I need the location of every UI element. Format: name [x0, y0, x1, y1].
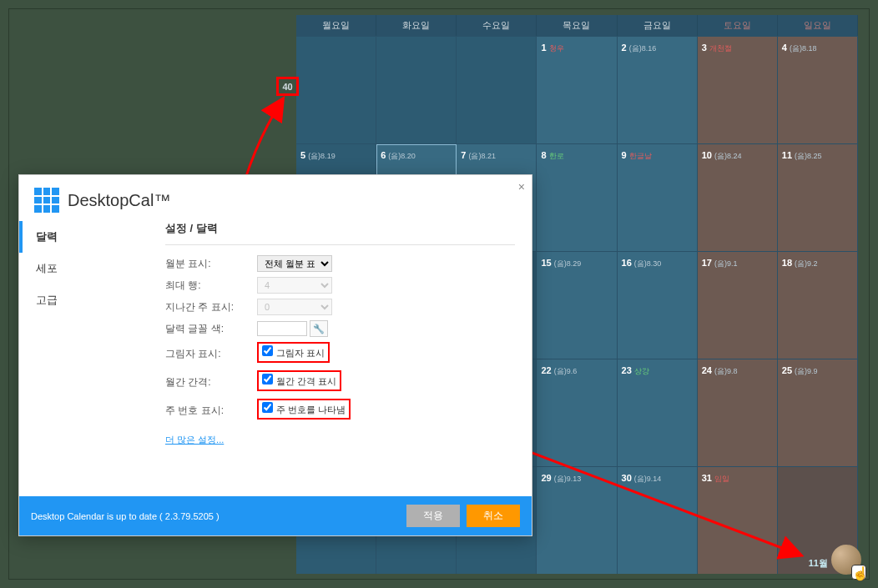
apply-button[interactable]: 적용 [406, 505, 460, 527]
month-label: 11월 [809, 557, 828, 570]
calendar-cell[interactable]: 11(음)8.25 [778, 144, 858, 251]
calendar-cell[interactable]: 29(음)9.13 [537, 467, 617, 574]
calendar-cell[interactable]: 2(음)8.16 [618, 37, 698, 143]
day-subtext: 한로 [549, 152, 564, 160]
weekday-mon: 월요일 [296, 15, 376, 36]
day-subtext: (음)9.8 [714, 367, 738, 375]
settings-content: 설정 / 달력 월분 표시: 전체 월분 표시 최대 행: 4 지나간 주 표시… [149, 221, 532, 488]
calendar-cell[interactable]: · [376, 37, 457, 143]
weekday-wed: 수요일 [457, 15, 537, 36]
day-number: 18 [782, 258, 792, 268]
calendar-cell[interactable]: 23상강 [618, 359, 698, 466]
day-number: 29 [541, 473, 551, 483]
label-shadow: 그림자 표시: [165, 347, 257, 361]
day-subtext: (음)9.6 [554, 367, 578, 375]
weekday-sat: 토요일 [698, 15, 778, 36]
close-icon[interactable]: × [518, 180, 525, 193]
calendar-cell[interactable]: 10(음)8.24 [698, 144, 778, 251]
checkbox-shadow-label[interactable]: 그림자 표시 [262, 348, 325, 358]
day-number: 11 [782, 150, 792, 160]
row-shadow: 그림자 표시: 그림자 표시 [165, 342, 515, 365]
section-title: 설정 / 달력 [165, 221, 515, 245]
checkbox-month-gap[interactable] [262, 374, 273, 384]
app-title: DesktopCal™ [68, 191, 170, 210]
calendar-cell[interactable]: 16(음)8.30 [618, 252, 698, 359]
cancel-button[interactable]: 취소 [467, 505, 520, 527]
day-subtext: 청우 [549, 44, 564, 53]
day-subtext: (음)9.2 [795, 259, 818, 268]
day-subtext: 상강 [634, 367, 649, 375]
week-number-highlight: 40 [276, 77, 299, 96]
hand-cursor-icon: ☝ [851, 565, 866, 580]
day-number: 8 [541, 150, 546, 160]
day-number: 5 [300, 150, 305, 160]
day-subtext: (음)8.20 [388, 152, 416, 160]
calendar-cell[interactable]: · [296, 37, 376, 143]
day-number: · [300, 43, 303, 53]
calendar-cell[interactable]: 18(음)9.2 [778, 252, 858, 359]
calendar-cell[interactable]: 17(음)9.1 [698, 252, 778, 359]
select-past-weeks: 0 [257, 299, 332, 315]
font-color-picker-icon[interactable]: 🔧 [310, 320, 328, 337]
row-max-rows: 최대 행: 4 [165, 277, 515, 294]
sidebar-item-cell[interactable]: 세포 [19, 253, 149, 284]
input-font-color[interactable] [257, 321, 307, 336]
mascot-icon[interactable]: ☝ [831, 545, 865, 578]
day-number: 16 [622, 258, 632, 268]
day-subtext: 한글날 [629, 152, 652, 160]
calendar-cell[interactable]: 9한글날 [618, 144, 698, 251]
calendar-cell[interactable]: 30(음)9.14 [618, 467, 698, 574]
day-number: 17 [702, 258, 712, 268]
sidebar-item-advanced[interactable]: 고급 [19, 284, 149, 316]
calendar-cell[interactable]: · [457, 37, 537, 143]
day-number: 9 [622, 150, 627, 160]
day-number: · [381, 43, 383, 53]
select-max-rows: 4 [257, 277, 332, 294]
checkbox-shadow-text: 그림자 표시 [276, 348, 325, 358]
day-subtext: 개천절 [709, 44, 732, 53]
day-subtext: (음)8.19 [308, 152, 336, 160]
checkbox-month-gap-text: 월간 간격 표시 [276, 376, 336, 386]
calendar-cell[interactable]: 8한로 [537, 144, 617, 251]
day-number: 24 [702, 365, 712, 375]
calendar-cell[interactable]: 15(음)8.29 [537, 252, 617, 359]
checkbox-week-num-label[interactable]: 주 번호를 나타냄 [262, 405, 346, 415]
day-subtext: 임일 [714, 475, 729, 483]
dialog-footer: Desktop Calendar is up to date ( 2.3.79.… [19, 496, 532, 535]
day-number: 30 [622, 473, 632, 483]
sidebar-item-calendar[interactable]: 달력 [19, 221, 149, 253]
day-number: 4 [782, 43, 787, 53]
calendar-cell[interactable]: 25(음)9.9 [778, 359, 858, 466]
day-subtext: (음)9.14 [634, 475, 662, 483]
select-month-display[interactable]: 전체 월분 표시 [257, 255, 332, 272]
day-subtext: (음)8.16 [629, 44, 657, 53]
calendar-cell[interactable]: 4(음)8.18 [778, 37, 858, 143]
label-font-color: 달력 글꼴 색: [165, 322, 257, 336]
day-subtext: (음)8.25 [795, 152, 822, 160]
calendar-cell[interactable]: 24(음)9.8 [698, 359, 778, 466]
weekday-sun: 일요일 [778, 15, 858, 36]
day-number: 10 [702, 150, 712, 160]
label-max-rows: 최대 행: [165, 279, 257, 293]
calendar-header-row: 월요일 화요일 수요일 목요일 금요일 토요일 일요일 [296, 15, 858, 36]
link-more-settings[interactable]: 더 많은 설정... [165, 434, 224, 446]
calendar-cell[interactable]: 31임일 [698, 467, 778, 574]
row-week-num: 주 번호 표시: 주 번호를 나타냄 [165, 399, 515, 422]
day-number: 1 [541, 43, 546, 53]
day-number: 2 [622, 43, 627, 53]
day-subtext: (음)8.18 [790, 44, 817, 53]
day-subtext: (음)8.29 [554, 259, 582, 268]
day-number: 23 [622, 365, 632, 375]
dialog-body: 달력 세포 고급 설정 / 달력 월분 표시: 전체 월분 표시 최대 행: 4… [19, 221, 532, 488]
calendar-cell[interactable]: 1청우 [537, 37, 617, 143]
checkbox-week-num[interactable] [262, 402, 273, 413]
weekday-thu: 목요일 [537, 15, 617, 36]
calendar-cell[interactable]: 22(음)9.6 [537, 359, 617, 466]
calendar-cell[interactable]: 3개천절 [698, 37, 778, 143]
day-subtext: (음)9.9 [795, 367, 818, 375]
day-subtext: (음)9.1 [714, 259, 738, 268]
checkbox-month-gap-label[interactable]: 월간 간격 표시 [262, 376, 336, 386]
day-subtext: (음)8.30 [634, 259, 662, 268]
checkbox-shadow[interactable] [262, 345, 273, 356]
status-text: Desktop Calendar is up to date ( 2.3.79.… [31, 511, 400, 521]
